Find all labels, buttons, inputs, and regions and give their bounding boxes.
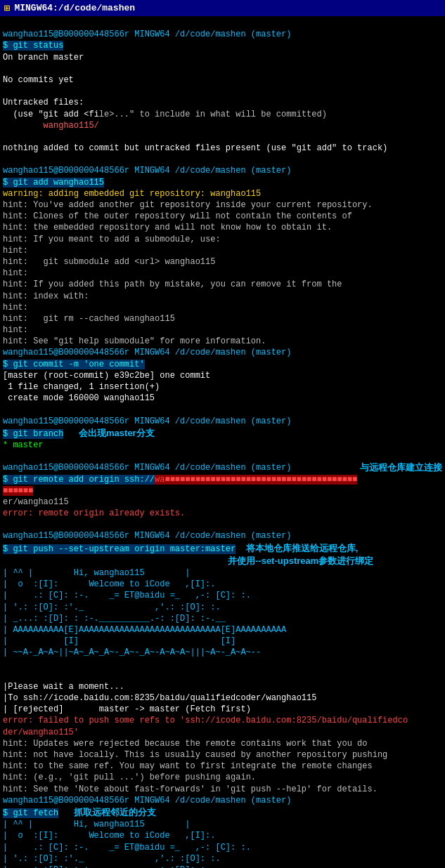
hint-12: hint: bbox=[3, 325, 28, 335]
logo-line-3: | .: [C]: :-. _= ET@baidu =_ ,-: [C]: :. bbox=[3, 591, 251, 600]
error-push-fail: error: failed to push some refs to 'ssh:… bbox=[3, 716, 408, 737]
hint-reject-2: hint: not have locally. This is usually … bbox=[3, 750, 387, 760]
output-create-mode: create mode 160000 wanghao115 bbox=[3, 393, 155, 403]
cmd-add: $ git add wanghao115 bbox=[3, 178, 104, 188]
hint-reject-5: hint: See the 'Note about fast-forwards'… bbox=[3, 784, 378, 794]
logo-wait: |Please wait a moment... bbox=[3, 682, 124, 692]
output-wanghao-url: er/wanghao115 bbox=[3, 497, 69, 507]
hint-11: hint: git rm --cached wanghao115 bbox=[3, 314, 175, 324]
fetch-logo-2: | o :[I]: Welcome to iCode ,[I]:. bbox=[3, 831, 215, 841]
hint-reject-1: hint: Updates were rejected because the … bbox=[3, 739, 367, 749]
output-branch: On branch master bbox=[3, 53, 84, 63]
hint-9: hint: index with: bbox=[3, 291, 89, 301]
hint-1: hint: You've added another git repositor… bbox=[3, 200, 373, 210]
output-wanghao-folder: wanghao115/ bbox=[3, 121, 99, 131]
logo-line-7: | [I] [I] bbox=[3, 636, 236, 646]
logo-line-2: | o :[I]: Welcome to iCode ,[I]:. bbox=[3, 579, 215, 589]
hint-2: hint: Clones of the outer repository wil… bbox=[3, 211, 352, 221]
fetch-logo-5: | _...: :[D]: : :-.__________.-: :[D]: :… bbox=[3, 865, 226, 868]
output-remote-error: error: remote origin already exists. bbox=[3, 508, 185, 518]
title-text: MINGW64:/d/code/mashen bbox=[14, 3, 135, 13]
cmd-push-annotation: 并使用--set-upstream参数进行绑定 bbox=[228, 557, 373, 567]
output-untracked: Untracked files: bbox=[3, 98, 84, 107]
hint-5: hint: bbox=[3, 246, 28, 256]
prompt-4: wanghao115@B000000448566r MINGW64 /d/cod… bbox=[3, 416, 291, 426]
logo-rejected: | [rejected] master -> master (Fetch fir… bbox=[3, 704, 251, 714]
logo-line-5: | _...: :[D]: : :-.__________.-: :[D]: :… bbox=[3, 614, 226, 624]
cmd-status: $ git status bbox=[3, 41, 63, 51]
prompt-7: wanghao115@B000000448566r MINGW64 /d/cod… bbox=[3, 796, 291, 805]
hint-7: hint: bbox=[3, 268, 28, 278]
prompt-6: wanghao115@B000000448566r MINGW64 /d/cod… bbox=[3, 531, 291, 541]
hint-reject-3: hint: to the same ref. You may want to f… bbox=[3, 761, 373, 771]
cmd-branch: $ git branch 会出现master分支 bbox=[3, 429, 155, 439]
prompt-1: wanghao115@B000000448566r MINGW64 /d/cod… bbox=[3, 29, 291, 39]
hint-6: hint: git submodule add <url> wanghao115 bbox=[3, 257, 215, 267]
logo-line-6: | AAAAAAAAAA[E]AAAAAAAAAAAAAAAAAAAAAAAAA… bbox=[3, 625, 286, 635]
prompt-2: wanghao115@B000000448566r MINGW64 /d/cod… bbox=[3, 166, 291, 176]
fetch-logo-3: | .: [C]: :-. _= ET@baidu =_ ,-: [C]: :. bbox=[3, 843, 251, 853]
prompt-3: wanghao115@B000000448566r MINGW64 /d/cod… bbox=[3, 348, 291, 357]
hint-4: hint: If you meant to add a submodule, u… bbox=[3, 235, 221, 244]
cmd-push: $ git push --set-upstream origin master:… bbox=[3, 544, 358, 554]
cmd-fetch: $ git fetch 抓取远程邻近的分支 bbox=[3, 808, 156, 818]
cmd-commit: $ git commit -m 'one commit' bbox=[3, 360, 145, 369]
logo-line-8: | ~~A-_A~A~||~A~_A~_A~-_A~-_A~-A~A~A~|||… bbox=[3, 647, 261, 657]
logo-ssh: |To ssh://icode.baidu.com:8235/baidu/qua… bbox=[3, 693, 316, 703]
cmd-remote: $ git remote add origin ssh://wa■■■■■■■■… bbox=[3, 475, 357, 496]
title-bar: ⊞ MINGW64:/d/code/mashen bbox=[0, 0, 445, 16]
warning-embed: warning: adding embedded git repository:… bbox=[3, 189, 261, 199]
hint-3: hint: the embedded repository and will n… bbox=[3, 223, 332, 232]
hint-10: hint: bbox=[3, 303, 28, 313]
output-hint-add: (use "git add <file>..." to include in w… bbox=[3, 110, 327, 119]
logo-line-4: | '.: :[O]: :'._ ,'.: :[O]: :. bbox=[3, 603, 221, 612]
hint-reject-4: hint: (e.g., 'git pull ...') before push… bbox=[3, 772, 256, 782]
output-master-branch: * master bbox=[3, 440, 44, 450]
output-commit-stat: 1 file changed, 1 insertion(+) bbox=[3, 382, 160, 392]
hint-8: hint: If you added this path by mistake,… bbox=[3, 280, 342, 289]
fetch-logo-4: | '.: :[O]: :'._ ,'.: :[O]: :. bbox=[3, 854, 221, 864]
output-commits: No commits yet bbox=[3, 75, 74, 85]
logo-line-1: | ^^ | Hi, wanghao115 | bbox=[3, 568, 190, 578]
output-nothing: nothing added to commit but untracked fi… bbox=[3, 143, 387, 153]
prompt-5: wanghao115@B000000448566r MINGW64 /d/cod… bbox=[3, 463, 291, 473]
terminal: wanghao115@B000000448566r MINGW64 /d/cod… bbox=[0, 16, 445, 868]
output-commit-result: [master (root-commit) e39c2be] one commi… bbox=[3, 371, 210, 381]
fetch-logo-1: | ^^ | Hi, wanghao115 | bbox=[3, 820, 190, 829]
title-icon: ⊞ bbox=[4, 2, 10, 14]
hint-13: hint: See "git help submodule" for more … bbox=[3, 336, 266, 346]
